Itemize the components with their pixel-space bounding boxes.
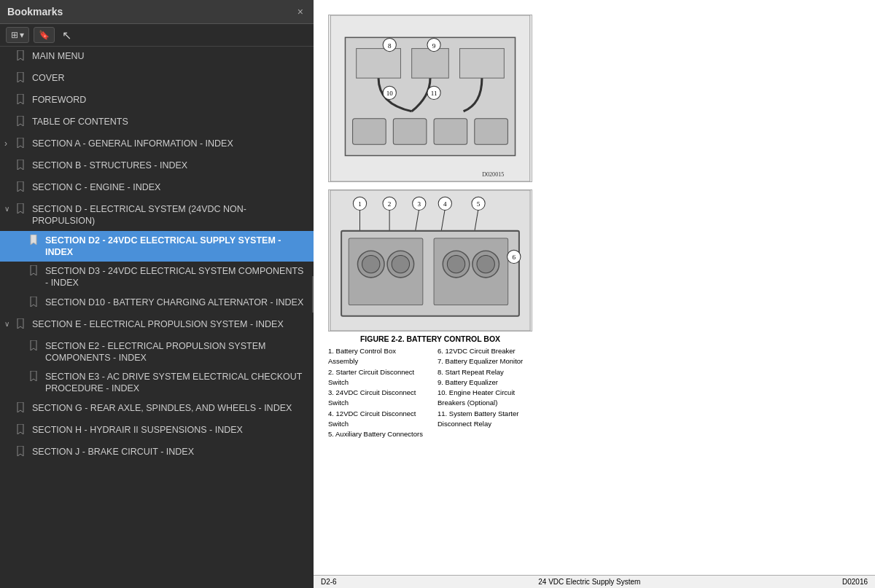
fig-label-item: 3. 24VDC Circuit Disconnect Switch [328,388,423,409]
svg-rect-3 [412,49,449,79]
bookmark-item-sec-d3[interactable]: SECTION D3 - 24VDC ELECTRICAL SYSTEM COM… [0,262,314,293]
footer-section: 24 VDC Electric Supply System [538,578,640,586]
bookmark-flag-icon [16,50,28,63]
figure-top-svg: 8 9 10 11 D020015 [329,15,532,181]
bookmark-flag-icon [16,402,28,415]
fig-label-item: 6. 12VDC Circuit Breaker [438,346,532,356]
bookmark-flag-icon [16,424,28,436]
expand-arrow-sec-e[interactable]: ∨ [4,318,16,328]
figure-bottom-svg: 1 2 3 4 5 [329,190,532,331]
sidebar-controls: × [295,4,306,19]
svg-text:11: 11 [431,90,438,97]
bookmark-item-cover[interactable]: COVER [0,68,314,90]
bookmark-flag-icon [16,72,28,85]
bookmark-item-sec-e2[interactable]: SECTION E2 - ELECTRICAL PROPULSION SYSTE… [0,337,314,368]
bookmark-item-sec-c[interactable]: SECTION C - ENGINE - INDEX [0,178,314,200]
bookmark-item-sec-a[interactable]: ›SECTION A - GENERAL INFORMATION - INDEX [0,134,314,156]
bookmark-flag-icon [29,340,41,353]
bookmark-item-sec-d2[interactable]: SECTION D2 - 24VDC ELECTRICAL SUPPLY SYS… [0,231,314,262]
expand-arrow-sec-j [4,446,16,447]
bookmark-label-sec-j: SECTION J - BRAKE CIRCUIT - INDEX [32,446,308,458]
bookmark-item-sec-g[interactable]: SECTION G - REAR AXLE, SPINDLES, AND WHE… [0,399,314,420]
bookmark-flag-icon [16,116,28,128]
figure-labels-left: 1. Battery Control Box Assembly2. Starte… [328,346,423,439]
bookmark-label-sec-e: SECTION E - ELECTRICAL PROPULSION SYSTEM… [32,318,308,330]
svg-point-44 [477,255,494,273]
footer-page: D2-6 [321,578,337,586]
figure-bottom: 1 2 3 4 5 [328,189,532,332]
svg-rect-7 [434,119,467,144]
bookmark-item-foreword[interactable]: FOREWORD [0,90,314,112]
main-content: 8 9 10 11 D020015 [314,0,875,588]
figure-labels: 1. Battery Control Box Assembly2. Starte… [328,346,532,439]
bookmark-button[interactable]: 🔖 [34,27,55,43]
figure-caption: FIGURE 2-2. BATTERY CONTROL BOX [328,334,532,343]
svg-text:6: 6 [513,254,516,261]
svg-point-38 [362,255,380,273]
doc-text [547,15,858,568]
expand-arrow-sec-b [4,160,16,160]
bookmark-item-sec-h[interactable]: SECTION H - HYDRAIR II SUSPENSIONS - IND… [0,420,314,442]
bookmark-flag-icon [16,138,28,150]
figure-top: 8 9 10 11 D020015 [328,15,532,182]
expand-arrow-cover [4,72,16,73]
bookmark-icon: 🔖 [39,30,50,40]
bookmark-label-sec-e2: SECTION E2 - ELECTRICAL PROPULSION SYSTE… [45,340,308,364]
fig-label-item: 11. System Battery Starter Disconnect Re… [438,409,532,430]
svg-text:5: 5 [477,200,481,208]
fig-label-item: 9. Battery Equalizer [438,377,532,388]
svg-rect-2 [357,49,401,79]
bookmark-label-sec-a: SECTION A - GENERAL INFORMATION - INDEX [32,138,308,149]
svg-text:10: 10 [386,90,394,97]
fig-label-item: 10. Engine Heater Circuit Breakers (Opti… [438,388,532,409]
svg-rect-8 [475,119,508,144]
bookmark-list: MAIN MENUCOVERFOREWORDTABLE OF CONTENTS›… [0,47,314,588]
sidebar: Bookmarks × ⊞ ▾ 🔖 ↖ MAIN MENUCOVERFOREWO… [0,0,314,588]
svg-rect-6 [393,119,427,144]
figure-bottom-container: 1 2 3 4 5 [328,189,532,439]
svg-point-40 [392,255,409,273]
expand-arrow-sec-g [4,402,16,403]
expand-arrow-sec-h [4,424,16,425]
expand-arrow-sec-a[interactable]: › [4,138,16,149]
bookmark-item-sec-e3[interactable]: SECTION E3 - AC DRIVE SYSTEM ELECTRICAL … [0,367,314,399]
bookmark-flag-icon [29,371,41,383]
bookmark-label-sec-b: SECTION B - STRUCTURES - INDEX [32,160,308,171]
expand-arrow-sec-e3 [18,371,29,372]
bookmark-flag-icon [16,181,28,194]
bookmark-label-sec-h: SECTION H - HYDRAIR II SUSPENSIONS - IND… [32,424,308,436]
bookmark-item-sec-b[interactable]: SECTION B - STRUCTURES - INDEX [0,156,314,178]
bookmark-item-sec-d[interactable]: ∨SECTION D - ELECTRICAL SYSTEM (24VDC NO… [0,200,314,231]
sidebar-title: Bookmarks [7,6,63,17]
expand-arrow-main-menu [4,50,16,51]
bookmark-label-sec-d2: SECTION D2 - 24VDC ELECTRICAL SUPPLY SYS… [45,235,308,259]
bookmark-item-sec-d10[interactable]: SECTION D10 - BATTERY CHARGING ALTERNATO… [0,293,314,315]
fig-label-item: 4. 12VDC Circuit Disconnect Switch [328,409,423,430]
bookmark-flag-icon [29,235,41,247]
bookmark-flag-icon [16,160,28,172]
svg-text:D020015: D020015 [482,171,504,178]
expand-all-button[interactable]: ⊞ ▾ [6,27,29,43]
bookmark-label-sec-d: SECTION D - ELECTRICAL SYSTEM (24VDC NON… [32,203,308,227]
toolbar-row: ⊞ ▾ 🔖 ↖ [0,24,314,47]
bookmark-item-sec-e[interactable]: ∨SECTION E - ELECTRICAL PROPULSION SYSTE… [0,315,314,337]
bookmark-item-toc[interactable]: TABLE OF CONTENTS [0,112,314,134]
bookmark-item-sec-j[interactable]: SECTION J - BRAKE CIRCUIT - INDEX [0,442,314,464]
expand-arrow-sec-d10 [18,297,29,297]
bookmark-label-sec-e3: SECTION E3 - AC DRIVE SYSTEM ELECTRICAL … [45,371,308,395]
expand-arrow-foreword [4,94,16,95]
collapse-panel-button[interactable]: ◀ [312,276,314,313]
svg-text:8: 8 [388,42,392,50]
bookmark-label-sec-d3: SECTION D3 - 24VDC ELECTRICAL SYSTEM COM… [45,265,308,289]
expand-arrow-sec-d[interactable]: ∨ [4,203,16,213]
close-sidebar-button[interactable]: × [295,4,306,19]
doc-footer: D2-6 24 VDC Electric Supply System D0201… [314,575,875,588]
bookmark-flag-icon [29,297,41,309]
expand-dropdown-icon: ▾ [20,30,24,40]
footer-doc-id: D02016 [842,578,868,586]
bookmark-flag-icon [16,318,28,331]
bookmark-item-main-menu[interactable]: MAIN MENU [0,47,314,68]
svg-text:9: 9 [432,42,436,50]
bookmark-label-main-menu: MAIN MENU [32,50,308,62]
svg-point-42 [447,255,464,273]
